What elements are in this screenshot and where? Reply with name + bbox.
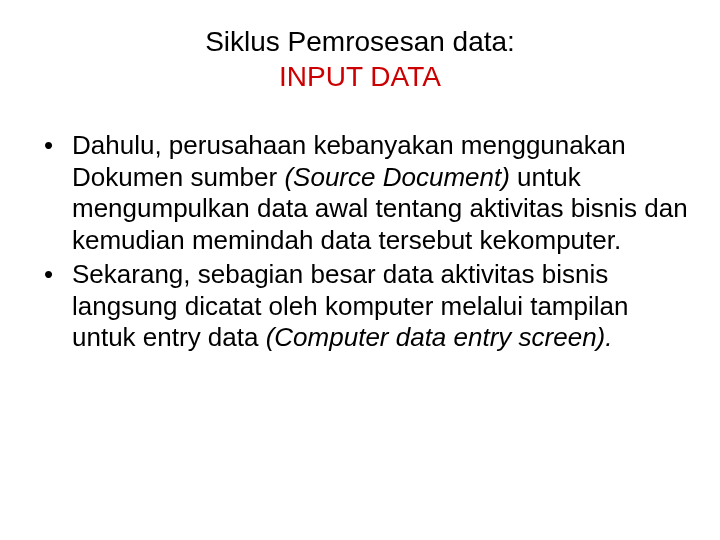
- title-line-2: INPUT DATA: [279, 61, 441, 92]
- list-item: Sekarang, sebagian besar data aktivitas …: [40, 259, 690, 354]
- bullet-text-italic: (Source Document): [284, 162, 509, 192]
- list-item: Dahulu, perusahaan kebanyakan menggunaka…: [40, 130, 690, 257]
- bullet-text-italic: (Computer data entry screen).: [266, 322, 613, 352]
- bullet-list: Dahulu, perusahaan kebanyakan menggunaka…: [30, 130, 690, 354]
- slide-title: Siklus Pemrosesan data: INPUT DATA: [30, 24, 690, 94]
- title-line-1: Siklus Pemrosesan data:: [205, 26, 515, 57]
